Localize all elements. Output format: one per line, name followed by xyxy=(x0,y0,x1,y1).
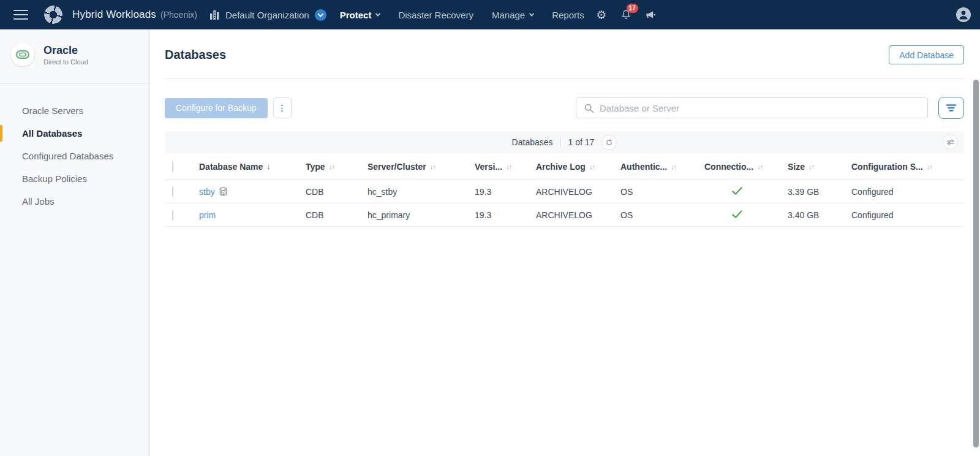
svg-text:s: s xyxy=(222,191,224,194)
configuration-status-cell: Configured xyxy=(851,210,964,220)
sidebar-app-subtitle: Direct to Cloud xyxy=(43,58,88,66)
user-avatar-button[interactable] xyxy=(956,7,971,23)
notifications-button[interactable]: 17 xyxy=(619,7,633,22)
table-summary-bar: Databases 1 of 17 xyxy=(165,131,964,153)
organization-icon xyxy=(209,10,220,20)
sidebar-nav: Oracle Servers All Databases Configured … xyxy=(0,99,149,213)
notification-count-badge: 17 xyxy=(627,4,638,13)
sidebar: Oracle Direct to Cloud Oracle Servers Al… xyxy=(0,29,150,456)
column-header-connection[interactable]: Connectio... ↓↑ xyxy=(704,162,788,172)
header-divider xyxy=(165,78,964,79)
sort-icon: ↓↑ xyxy=(671,163,676,170)
sort-icon: ↓↑ xyxy=(757,163,763,170)
column-header-version[interactable]: Versi... ↓↑ xyxy=(475,162,536,172)
column-label: Server/Cluster xyxy=(368,162,426,172)
refresh-icon xyxy=(605,139,613,146)
gear-icon: ⚙ xyxy=(596,9,606,21)
column-header-database-name[interactable]: Database Name ↓ xyxy=(199,162,306,172)
column-header-archive-log[interactable]: Archive Log ↓↑ xyxy=(536,162,620,172)
announcements-button[interactable] xyxy=(643,7,658,22)
search-input[interactable] xyxy=(600,103,920,113)
filter-icon xyxy=(946,104,957,112)
table-row: stby s CDB hc_stby 19.3 ARCHIVELOG OS xyxy=(165,180,964,203)
summary-count: 1 of 17 xyxy=(568,137,595,147)
column-header-type[interactable]: Type ↓↑ xyxy=(306,162,368,172)
sidebar-item-backup-policies[interactable]: Backup Policies xyxy=(0,167,149,190)
table-toolbar: Configure for Backup ⋮ xyxy=(165,97,964,119)
nav-item-reports[interactable]: Reports xyxy=(552,10,584,20)
configure-for-backup-button[interactable]: Configure for Backup xyxy=(165,98,268,118)
sidebar-item-all-databases[interactable]: All Databases xyxy=(0,122,149,145)
databases-table: Databases 1 of 17 xyxy=(165,131,964,227)
sidebar-item-label: All Jobs xyxy=(22,196,55,207)
archive-log-cell: ARCHIVELOG xyxy=(536,187,620,197)
organization-label: Default Organization xyxy=(225,10,309,20)
nav-label: Reports xyxy=(552,10,584,20)
chevron-down-icon xyxy=(375,11,380,16)
summary-entity-label: Databases xyxy=(512,137,553,147)
add-database-button[interactable]: Add Database xyxy=(889,45,964,64)
row-checkbox[interactable] xyxy=(172,187,173,197)
top-icon-group: ⚙ 17 xyxy=(594,7,658,22)
sidebar-item-all-jobs[interactable]: All Jobs xyxy=(0,190,149,213)
summary-separator xyxy=(560,137,561,147)
nav-item-disaster-recovery[interactable]: Disaster Recovery xyxy=(398,10,473,20)
column-label: Authentic... xyxy=(620,162,667,172)
more-actions-button[interactable]: ⋮ xyxy=(273,97,292,118)
column-header-size[interactable]: Size ↓↑ xyxy=(788,162,851,172)
column-label: Versi... xyxy=(475,162,502,172)
sidebar-item-label: Configured Databases xyxy=(22,151,113,161)
sidebar-item-label: All Databases xyxy=(22,128,82,139)
connected-check-icon xyxy=(731,186,743,196)
connected-check-icon xyxy=(731,210,743,219)
nav-label: Manage xyxy=(492,10,525,20)
row-checkbox[interactable] xyxy=(172,210,173,220)
sidebar-app-header: Oracle Direct to Cloud xyxy=(0,29,149,78)
nav-item-manage[interactable]: Manage xyxy=(492,10,533,20)
column-header-authentication[interactable]: Authentic... ↓↑ xyxy=(620,162,704,172)
connection-cell xyxy=(704,210,788,221)
table-row: prim CDB hc_primary 19.3 ARCHIVELOG OS 3… xyxy=(165,203,964,227)
search-box xyxy=(576,97,928,118)
table-header-row: Database Name ↓ Type ↓↑ Server/Cluster ↓… xyxy=(165,153,964,180)
column-label: Database Name xyxy=(199,162,263,172)
main-content: Databases Add Database Configure for Bac… xyxy=(150,29,980,456)
nav-item-protect[interactable]: Protect xyxy=(340,10,380,20)
database-name-link[interactable]: stby s xyxy=(199,187,228,197)
organization-chevron-badge[interactable] xyxy=(315,9,326,21)
settings-gear-button[interactable]: ⚙ xyxy=(594,7,609,22)
column-label: Connectio... xyxy=(704,162,753,172)
select-all-checkbox[interactable] xyxy=(172,161,173,172)
brand-logo-icon[interactable] xyxy=(42,3,65,26)
sidebar-item-label: Backup Policies xyxy=(22,173,87,184)
app-title: Hybrid Workloads xyxy=(72,9,156,21)
page-header: Databases Add Database xyxy=(165,29,964,64)
sidebar-item-oracle-servers[interactable]: Oracle Servers xyxy=(0,99,149,122)
column-header-server-cluster[interactable]: Server/Cluster ↓↑ xyxy=(368,162,475,172)
size-cell: 3.40 GB xyxy=(788,210,851,220)
type-cell: CDB xyxy=(306,210,368,220)
refresh-button[interactable] xyxy=(601,135,617,150)
organization-selector[interactable]: Default Organization xyxy=(209,9,326,21)
hamburger-menu-icon[interactable] xyxy=(13,10,28,20)
vertical-scrollbar[interactable] xyxy=(973,80,979,447)
app-subtitle: (Phoenix) xyxy=(160,10,197,20)
megaphone-icon xyxy=(644,9,657,21)
sidebar-app-name: Oracle xyxy=(43,44,88,57)
column-header-configuration-status[interactable]: Configuration S... ↓↑ xyxy=(851,162,964,172)
column-label: Type xyxy=(306,162,325,172)
database-name: prim xyxy=(199,210,216,220)
user-avatar-icon xyxy=(956,7,971,23)
sidebar-item-configured-databases[interactable]: Configured Databases xyxy=(0,145,149,167)
nav-label: Disaster Recovery xyxy=(398,10,473,20)
column-label: Archive Log xyxy=(536,162,586,172)
configuration-status-cell: Configured xyxy=(851,187,964,197)
sliders-icon xyxy=(946,139,955,146)
filter-button[interactable] xyxy=(938,97,964,119)
database-name-link[interactable]: prim xyxy=(199,210,216,220)
column-label: Size xyxy=(788,162,805,172)
type-cell: CDB xyxy=(306,187,368,197)
app-window: Hybrid Workloads (Phoenix) Default Organ… xyxy=(0,0,980,456)
column-settings-button[interactable] xyxy=(943,134,958,150)
sort-desc-icon: ↓ xyxy=(266,162,271,171)
